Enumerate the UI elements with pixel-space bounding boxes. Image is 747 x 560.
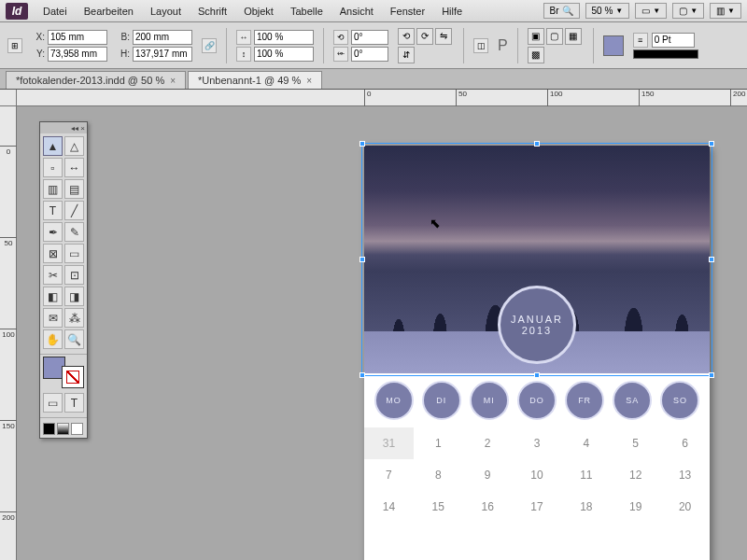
zoom-level-dropdown[interactable]: 50 %▼ — [585, 3, 630, 19]
shear-input[interactable] — [351, 47, 388, 62]
document-page[interactable]: JANUAR 2013 MO DI MI DO FR SA SO 31 1 2 — [364, 146, 710, 560]
page-tool[interactable]: ▫ — [43, 158, 63, 177]
y-label: Y: — [32, 49, 45, 59]
fitting-cluster: ▣ ▢ ▦ ▩ — [528, 28, 584, 63]
weekday-cell: FR — [565, 381, 604, 420]
gradient-swatch-tool[interactable]: ◧ — [43, 287, 63, 306]
selection-tool[interactable]: ▲ — [43, 136, 63, 156]
lens-icon: 🔍 — [562, 6, 573, 16]
select-container-button[interactable]: ◫ — [473, 38, 488, 53]
view-options-button[interactable]: ▭▼ — [635, 3, 667, 19]
apply-color-button[interactable] — [43, 423, 55, 435]
calendar-cell: 4 — [561, 427, 611, 459]
rotate-input[interactable] — [351, 30, 388, 45]
fill-swatch[interactable] — [603, 35, 624, 56]
menu-bearbeiten[interactable]: Bearbeiten — [77, 3, 141, 20]
note-tool[interactable]: ✉ — [43, 308, 63, 328]
scale-x-input[interactable] — [254, 30, 314, 45]
calendar-cell: 3 — [513, 427, 562, 459]
center-content-button[interactable]: ▦ — [565, 28, 582, 45]
bridge-button[interactable]: Br🔍 — [543, 3, 580, 19]
rectangle-tool[interactable]: ▭ — [64, 244, 84, 263]
weekday-cell: SA — [613, 381, 652, 420]
menu-hilfe[interactable]: Hilfe — [434, 3, 470, 20]
apply-gradient-button[interactable] — [57, 423, 69, 435]
close-icon[interactable]: × — [80, 124, 85, 133]
width-input[interactable] — [133, 30, 192, 45]
calendar-cell: 5 — [611, 427, 660, 459]
scale-y-input[interactable] — [254, 47, 314, 62]
x-input[interactable] — [48, 30, 107, 45]
pen-tool[interactable]: ✒ — [43, 222, 63, 242]
scale-y-icon: ↕ — [236, 47, 251, 62]
constrain-proportions-icon[interactable]: 🔗 — [202, 38, 217, 53]
menu-tabelle[interactable]: Tabelle — [283, 3, 331, 20]
zoom-tool[interactable]: 🔍 — [64, 329, 84, 349]
shear-icon: ⬰ — [333, 47, 348, 62]
weekday-cell: MI — [470, 381, 509, 420]
horizontal-ruler[interactable]: 0 50 100 150 200 — [17, 90, 747, 106]
scissors-tool[interactable]: ✂ — [43, 265, 63, 285]
stroke-style-dropdown[interactable] — [633, 49, 698, 59]
calendar-photo-frame[interactable]: JANUAR 2013 — [364, 146, 710, 373]
reference-point-icon[interactable]: ⊞ — [7, 38, 22, 53]
month-badge[interactable]: JANUAR 2013 — [498, 286, 576, 364]
fit-content-button[interactable]: ▣ — [528, 28, 544, 45]
collapse-icon[interactable]: ◂◂ — [71, 124, 78, 133]
month-label: JANUAR — [511, 314, 563, 325]
line-tool[interactable]: ╱ — [64, 201, 84, 220]
direct-selection-tool[interactable]: △ — [64, 136, 84, 156]
content-collector-tool[interactable]: ▥ — [43, 179, 63, 199]
hand-tool[interactable]: ✋ — [43, 329, 63, 349]
close-icon[interactable]: × — [306, 76, 312, 86]
formatting-container-button[interactable]: ▭ — [43, 393, 63, 413]
flip-v-button[interactable]: ⇵ — [398, 47, 415, 63]
doc-tab-1[interactable]: *Unbenannt-1 @ 49 %× — [188, 71, 322, 89]
rotate-ccw-button[interactable]: ⟲ — [398, 28, 415, 45]
doc-tab-0[interactable]: *fotokalender-2013.indd @ 50 %× — [6, 71, 186, 89]
eyedropper-tool[interactable]: ⁂ — [64, 308, 84, 328]
ruler-tick: 100 — [547, 90, 562, 106]
ruler-tick: 0 — [364, 90, 371, 106]
gradient-feather-tool[interactable]: ◨ — [64, 287, 84, 306]
type-tool[interactable]: T — [43, 201, 63, 220]
menu-ansicht[interactable]: Ansicht — [332, 3, 381, 20]
arrange-button[interactable]: ▥▼ — [710, 3, 741, 19]
w-label: B: — [117, 32, 130, 42]
calendar-cell: 11 — [561, 459, 611, 491]
apply-none-button[interactable] — [71, 423, 83, 435]
formatting-text-button[interactable]: T — [64, 393, 84, 413]
menu-datei[interactable]: Datei — [35, 3, 75, 20]
content-placer-tool[interactable]: ▤ — [64, 179, 84, 199]
stroke-weight-input[interactable] — [652, 33, 695, 48]
height-input[interactable] — [133, 47, 192, 62]
weekday-cell: SO — [660, 381, 699, 420]
rotate-cw-button[interactable]: ⟳ — [416, 28, 433, 45]
menu-schrift[interactable]: Schrift — [190, 3, 234, 20]
y-input[interactable] — [48, 47, 107, 62]
fill-frame-button[interactable]: ▩ — [528, 47, 544, 63]
pencil-tool[interactable]: ✎ — [64, 222, 84, 242]
fill-stroke-proxy[interactable] — [43, 357, 84, 388]
calendar-cell: 13 — [660, 459, 710, 491]
weekday-cell: DI — [422, 381, 461, 420]
ruler-origin[interactable] — [0, 90, 17, 106]
menu-objekt[interactable]: Objekt — [236, 3, 281, 20]
vertical-ruler[interactable]: 0 50 100 150 200 — [0, 106, 17, 560]
fit-frame-button[interactable]: ▢ — [546, 28, 563, 45]
calendar-cell: 16 — [463, 491, 513, 523]
calendar-cell: 12 — [611, 459, 660, 491]
calendar-cell: 31 — [364, 427, 414, 459]
calendar-cell: 2 — [463, 427, 513, 459]
menu-layout[interactable]: Layout — [143, 3, 189, 20]
gap-tool[interactable]: ↔ — [64, 158, 84, 177]
flip-h-button[interactable]: ⇋ — [435, 28, 452, 45]
free-transform-tool[interactable]: ⊡ — [64, 265, 84, 285]
screen-mode-button[interactable]: ▢▼ — [672, 3, 704, 19]
panel-titlebar[interactable]: ◂◂× — [40, 122, 87, 133]
workspace: 0 50 100 150 200 0 50 100 150 200 ◂◂× ▲ … — [0, 90, 747, 560]
stroke-proxy[interactable] — [62, 366, 84, 388]
rectangle-frame-tool[interactable]: ⊠ — [43, 244, 63, 263]
menu-fenster[interactable]: Fenster — [383, 3, 432, 20]
close-icon[interactable]: × — [170, 76, 176, 86]
